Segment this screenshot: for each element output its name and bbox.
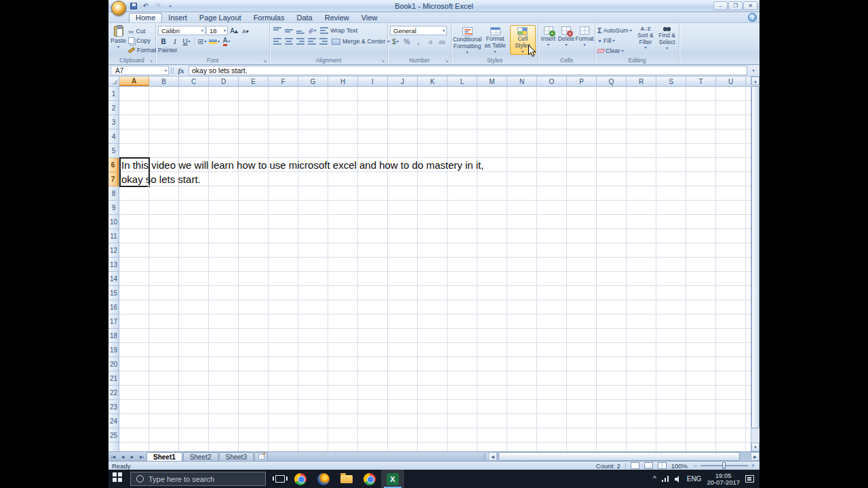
ribbon-tab-insert[interactable]: Insert: [162, 13, 193, 22]
qat-dropdown-button[interactable]: ▾: [165, 1, 175, 10]
decrease-indent-button[interactable]: [307, 37, 317, 47]
row-header-14[interactable]: 14: [108, 272, 119, 286]
normal-view-button[interactable]: [631, 462, 639, 469]
taskbar-app-chrome[interactable]: [289, 470, 312, 488]
speaker-icon[interactable]: [675, 476, 682, 483]
column-header-K[interactable]: K: [418, 77, 448, 86]
bold-button[interactable]: [158, 37, 169, 47]
column-header-F[interactable]: F: [269, 77, 298, 86]
find-select-button[interactable]: Find & Select ▾: [657, 25, 677, 56]
ribbon-tab-data[interactable]: Data: [290, 13, 318, 22]
zoom-level[interactable]: 100%: [671, 462, 688, 470]
row-header-21[interactable]: 21: [108, 371, 119, 386]
scroll-down-button[interactable]: ▼: [751, 443, 760, 451]
undo-button[interactable]: [141, 1, 151, 10]
insert-worksheet-button[interactable]: [254, 452, 268, 461]
next-sheet-button[interactable]: ▶: [127, 452, 137, 461]
row-header-18[interactable]: 18: [108, 329, 119, 343]
wrap-text-button[interactable]: Wrap Text: [318, 26, 359, 36]
zoom-out-button[interactable]: −: [692, 462, 698, 469]
taskbar-search-input[interactable]: Type here to search: [130, 472, 266, 486]
taskbar-clock[interactable]: 19:05 20-07-2017: [707, 472, 740, 486]
insert-function-button[interactable]: fx: [176, 66, 186, 75]
ribbon-tab-home[interactable]: Home: [129, 13, 162, 22]
vertical-scroll-thumb[interactable]: [751, 86, 760, 428]
close-button[interactable]: ✕: [743, 1, 757, 10]
cell-styles-button[interactable]: Cell Styles ▾: [510, 25, 536, 55]
last-sheet-button[interactable]: ▶|: [137, 452, 146, 461]
horizontal-scroll-thumb[interactable]: [498, 452, 740, 461]
sheet-tab-sheet2[interactable]: Sheet2: [183, 452, 218, 461]
column-header-J[interactable]: J: [388, 77, 418, 86]
zoom-track[interactable]: [701, 465, 748, 466]
shrink-font-button[interactable]: [240, 26, 251, 36]
page-layout-view-button[interactable]: [644, 462, 653, 469]
column-header-O[interactable]: O: [537, 77, 567, 86]
column-header-H[interactable]: H: [328, 77, 358, 86]
action-center-icon[interactable]: [745, 475, 754, 483]
bottom-align-button[interactable]: [295, 26, 306, 36]
zoom-thumb[interactable]: [722, 462, 726, 469]
row-header-20[interactable]: 20: [108, 357, 119, 371]
format-as-table-button[interactable]: Format as Table ▾: [482, 25, 509, 55]
number-format-select[interactable]: General▾: [390, 26, 447, 35]
row-header-23[interactable]: 23: [108, 400, 119, 414]
align-left-button[interactable]: [272, 37, 283, 47]
underline-button[interactable]: ▾: [181, 37, 192, 47]
grow-font-button[interactable]: [229, 26, 239, 36]
save-button[interactable]: [129, 1, 138, 10]
column-header-A[interactable]: A: [119, 77, 149, 86]
vertical-scrollbar[interactable]: ▲ ▼: [751, 77, 760, 451]
row-header-10[interactable]: 10: [108, 215, 119, 229]
row-header-7[interactable]: 7: [108, 172, 119, 186]
row-header-6[interactable]: 6: [108, 158, 119, 172]
delete-cells-button[interactable]: Delete ▾: [558, 25, 574, 47]
percent-style-button[interactable]: [401, 37, 412, 47]
font-name-select[interactable]: Calibri▾: [158, 26, 205, 35]
row-header-15[interactable]: 15: [108, 286, 119, 300]
sheet-tab-sheet3[interactable]: Sheet3: [219, 452, 254, 461]
font-size-select[interactable]: 18▾: [206, 26, 228, 35]
orientation-button[interactable]: ▾: [307, 26, 317, 36]
formula-bar-expand-button[interactable]: ▾: [749, 68, 757, 73]
minimize-button[interactable]: –: [713, 1, 728, 10]
help-button[interactable]: ?: [748, 13, 757, 22]
column-header-I[interactable]: I: [358, 77, 388, 86]
top-align-button[interactable]: [272, 26, 283, 36]
row-header-17[interactable]: 17: [108, 314, 119, 329]
cell-grid[interactable]: In this video we will learn how to use m…: [119, 87, 751, 451]
font-color-button[interactable]: ▾: [221, 37, 232, 47]
autosum-button[interactable]: AutoSum▾: [597, 26, 634, 35]
row-header-8[interactable]: 8: [108, 186, 119, 201]
row-header-24[interactable]: 24: [108, 414, 119, 428]
column-header-L[interactable]: L: [448, 77, 477, 86]
first-sheet-button[interactable]: |◀: [108, 452, 118, 461]
formula-input[interactable]: okay so lets start.: [189, 66, 747, 75]
row-header-2[interactable]: 2: [108, 101, 119, 115]
row-header-9[interactable]: 9: [108, 201, 119, 215]
page-break-view-button[interactable]: [658, 462, 667, 469]
align-right-button[interactable]: [295, 37, 306, 47]
column-header-S[interactable]: S: [656, 77, 686, 86]
conditional-formatting-button[interactable]: Conditional Formatting ▾: [454, 25, 481, 55]
zoom-slider[interactable]: − +: [692, 462, 756, 469]
taskbar-app-firefox[interactable]: [312, 470, 335, 488]
increase-decimal-button[interactable]: [425, 37, 435, 47]
row-header-25[interactable]: 25: [108, 428, 119, 443]
row-header-5[interactable]: 5: [108, 144, 119, 158]
row-header-13[interactable]: 13: [108, 258, 119, 272]
column-header-B[interactable]: B: [149, 77, 179, 86]
show-hidden-icons-button[interactable]: [653, 475, 656, 483]
column-header-Q[interactable]: Q: [597, 77, 627, 86]
start-button[interactable]: [108, 470, 130, 488]
insert-cells-button[interactable]: Insert ▾: [540, 25, 556, 47]
select-all-button[interactable]: [108, 77, 119, 87]
taskbar-app-file-explorer[interactable]: [335, 470, 358, 488]
column-header-G[interactable]: G: [298, 77, 328, 86]
row-header-12[interactable]: 12: [108, 243, 119, 258]
network-icon[interactable]: [662, 476, 669, 482]
row-header-4[interactable]: 4: [108, 129, 119, 144]
row-header-3[interactable]: 3: [108, 115, 119, 129]
clear-button[interactable]: Clear▾: [597, 46, 634, 56]
column-header-D[interactable]: D: [209, 77, 239, 86]
